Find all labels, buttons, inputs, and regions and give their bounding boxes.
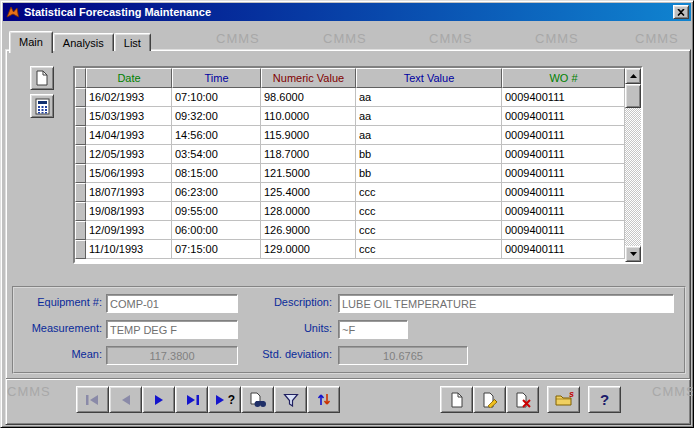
prior-record-button[interactable] (109, 386, 142, 413)
cell[interactable]: 06:00:00 (172, 221, 261, 240)
app-window: Statistical Forecasting Maintenance CMMS… (0, 0, 694, 428)
next-record-icon (150, 394, 168, 406)
cell[interactable]: 0009400111 (502, 202, 625, 221)
cell[interactable]: ccc (356, 221, 502, 240)
cell[interactable]: 118.7000 (261, 145, 356, 164)
scrollbar-thumb[interactable] (625, 84, 641, 108)
cell[interactable]: 14/04/1993 (86, 126, 172, 145)
cell[interactable]: 128.0000 (261, 202, 356, 221)
close-icon (677, 9, 685, 16)
cell[interactable]: aa (356, 88, 502, 107)
cell[interactable]: 0009400111 (502, 164, 625, 183)
calculator-button[interactable] (30, 94, 54, 118)
cell[interactable]: 15/06/1993 (86, 164, 172, 183)
folder-s-button[interactable]: s (547, 386, 580, 413)
column-header-text-value[interactable]: Text Value (356, 68, 502, 88)
column-header-date[interactable]: Date (86, 68, 172, 88)
cell[interactable]: ccc (356, 202, 502, 221)
tab-main[interactable]: Main (9, 31, 53, 53)
cell[interactable]: bb (356, 164, 502, 183)
cell[interactable]: 98.6000 (261, 88, 356, 107)
query-button[interactable]: ? (208, 386, 241, 413)
cell[interactable]: 03:54:00 (172, 145, 261, 164)
cell[interactable]: 12/09/1993 (86, 221, 172, 240)
first-record-button[interactable] (76, 386, 109, 413)
column-header-wo-[interactable]: WO # (502, 68, 625, 88)
column-header-numeric-value[interactable]: Numeric Value (261, 68, 356, 88)
cell[interactable]: 0009400111 (502, 88, 625, 107)
cell[interactable]: aa (356, 107, 502, 126)
table-row[interactable]: 11/10/199307:15:00129.0000ccc0009400111 (75, 240, 625, 259)
cell[interactable]: 19/08/1993 (86, 202, 172, 221)
equipment-field[interactable] (106, 294, 238, 313)
row-indicator (75, 183, 86, 202)
cell[interactable]: 16/02/1993 (86, 88, 172, 107)
units-field[interactable] (338, 320, 408, 339)
cell[interactable]: 0009400111 (502, 126, 625, 145)
first-record-icon (84, 394, 102, 406)
toolbar-separator (6, 378, 690, 380)
toolbar-gap (580, 386, 588, 413)
cell[interactable]: 12/05/1993 (86, 145, 172, 164)
sort-button[interactable] (307, 386, 340, 413)
next-record-button[interactable] (142, 386, 175, 413)
cell[interactable]: 0009400111 (502, 240, 625, 259)
cell[interactable]: 14:56:00 (172, 126, 261, 145)
cell[interactable]: ccc (356, 183, 502, 202)
new-document-button[interactable] (440, 386, 473, 413)
row-indicator (75, 240, 86, 259)
grid-header-row: DateTimeNumeric ValueText ValueWO # (75, 68, 625, 88)
cell[interactable]: 07:10:00 (172, 88, 261, 107)
measurement-field[interactable] (106, 320, 238, 339)
cell[interactable]: 115.9000 (261, 126, 356, 145)
vertical-scrollbar[interactable] (625, 68, 641, 262)
new-record-button[interactable] (30, 66, 54, 90)
table-row[interactable]: 15/06/199308:15:00121.5000bb0009400111 (75, 164, 625, 183)
tab-list[interactable]: List (114, 33, 151, 51)
close-button[interactable] (673, 5, 689, 19)
table-row[interactable]: 12/05/199303:54:00118.7000bb0009400111 (75, 145, 625, 164)
row-indicator (75, 107, 86, 126)
cell[interactable]: 129.0000 (261, 240, 356, 259)
column-header-time[interactable]: Time (172, 68, 261, 88)
table-row[interactable]: 19/08/199309:55:00128.0000ccc0009400111 (75, 202, 625, 221)
cell[interactable]: 07:15:00 (172, 240, 261, 259)
cell[interactable]: 09:55:00 (172, 202, 261, 221)
edit-document-button[interactable] (473, 386, 506, 413)
cell[interactable]: 08:15:00 (172, 164, 261, 183)
cell[interactable]: 09:32:00 (172, 107, 261, 126)
scroll-up-button[interactable] (625, 68, 641, 84)
table-row[interactable]: 12/09/199306:00:00126.9000ccc0009400111 (75, 221, 625, 240)
cell[interactable]: 18/07/1993 (86, 183, 172, 202)
table-row[interactable]: 14/04/199314:56:00115.9000aa0009400111 (75, 126, 625, 145)
cell[interactable]: 0009400111 (502, 145, 625, 164)
cell[interactable]: bb (356, 145, 502, 164)
cell[interactable]: 0009400111 (502, 107, 625, 126)
table-row[interactable]: 18/07/199306:23:00125.4000ccc0009400111 (75, 183, 625, 202)
question-mark-icon: ? (600, 391, 609, 408)
records-grid: DateTimeNumeric ValueText ValueWO # 16/0… (73, 66, 643, 264)
cell[interactable]: 126.9000 (261, 221, 356, 240)
std-deviation-field: 10.6765 (338, 346, 468, 365)
last-record-button[interactable] (175, 386, 208, 413)
cell[interactable]: ccc (356, 240, 502, 259)
help-button[interactable]: ? (588, 386, 621, 413)
toolbar-spacer (340, 386, 440, 413)
cell[interactable]: 125.4000 (261, 183, 356, 202)
cell[interactable]: 15/03/1993 (86, 107, 172, 126)
cell[interactable]: aa (356, 126, 502, 145)
description-field[interactable] (338, 294, 674, 313)
cell[interactable]: 06:23:00 (172, 183, 261, 202)
delete-document-button[interactable] (506, 386, 539, 413)
filter-button[interactable] (274, 386, 307, 413)
tab-analysis[interactable]: Analysis (53, 33, 114, 51)
cell[interactable]: 0009400111 (502, 221, 625, 240)
find-button[interactable] (241, 386, 274, 413)
table-row[interactable]: 15/03/199309:32:00110.0000aa0009400111 (75, 107, 625, 126)
cell[interactable]: 110.0000 (261, 107, 356, 126)
cell[interactable]: 11/10/1993 (86, 240, 172, 259)
cell[interactable]: 121.5000 (261, 164, 356, 183)
cell[interactable]: 0009400111 (502, 183, 625, 202)
table-row[interactable]: 16/02/199307:10:0098.6000aa0009400111 (75, 88, 625, 107)
scroll-down-button[interactable] (625, 246, 641, 262)
